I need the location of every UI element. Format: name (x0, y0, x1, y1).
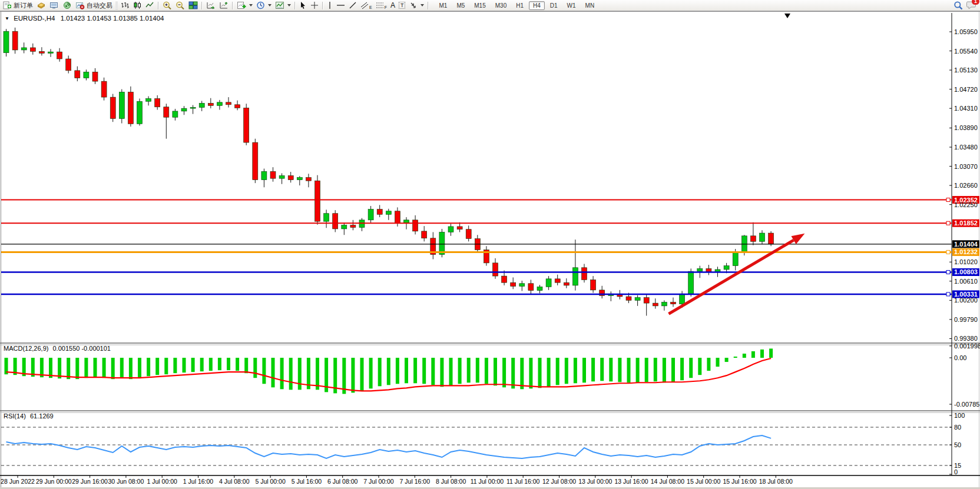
line-handle[interactable] (946, 292, 950, 296)
line-handle[interactable] (946, 250, 950, 254)
macd-histogram-bar (502, 358, 506, 387)
new-chart-button[interactable] (235, 1, 254, 11)
arrows-icon (409, 1, 418, 9)
candle-up (146, 98, 151, 101)
auto-trading-button[interactable]: 自动交易 (74, 1, 114, 11)
date-tick-label: 18 Jul 08:00 (759, 478, 793, 485)
timeframe-M1[interactable]: M1 (435, 1, 451, 10)
macd-histogram-bar (485, 358, 488, 384)
candle-down (466, 229, 471, 239)
candle-down (155, 98, 160, 107)
date-tick-label: 7 Jul 00:00 (363, 478, 394, 485)
new-order-button[interactable]: 新订单 (1, 1, 35, 11)
macd-histogram-bar (707, 358, 710, 371)
line-handle[interactable] (946, 198, 950, 202)
cursor-tool-button[interactable] (297, 1, 309, 11)
macd-histogram-bar (422, 358, 426, 384)
candle-up (697, 268, 703, 271)
new-order-label: 新订单 (14, 1, 33, 10)
candle-up (21, 48, 27, 50)
macd-histogram-bar (378, 358, 382, 386)
trendline-tool-button[interactable] (347, 1, 359, 11)
terminal-button[interactable] (48, 1, 61, 11)
templates-button[interactable] (273, 1, 293, 11)
timeframe-H4[interactable]: H4 (529, 1, 545, 10)
macd-histogram-bar (663, 358, 666, 382)
auto-scroll-button[interactable] (204, 1, 217, 11)
trend-arrow-head[interactable] (791, 234, 804, 244)
line-handle[interactable] (946, 221, 950, 225)
channel-letter: E (369, 5, 372, 9)
macd-histogram-bar (164, 358, 168, 374)
candle-down (101, 81, 107, 97)
macd-histogram-bar (645, 358, 648, 382)
date-tick-label: 5 Jul 00:00 (255, 478, 286, 485)
candle-down (333, 214, 338, 229)
label-tool-button[interactable]: T (397, 1, 408, 11)
price-tick-label: 1.01020 (954, 258, 978, 265)
macd-histogram-bar (236, 358, 239, 371)
collapse-chart-icon[interactable]: ▼ (5, 16, 9, 21)
zoom-out-icon (176, 1, 185, 10)
candle-up (519, 284, 525, 287)
timeframe-H1[interactable]: H1 (512, 1, 528, 10)
candle-down (750, 236, 756, 242)
search-icon[interactable] (953, 1, 963, 10)
chart-shift-button[interactable] (217, 1, 230, 11)
macd-histogram-bar (449, 358, 453, 385)
macd-histogram-bar (716, 358, 720, 367)
macd-histogram-bar (244, 358, 248, 373)
notifications-button[interactable]: 1 (966, 1, 976, 11)
trend-arrow-object[interactable] (668, 240, 793, 314)
macd-tick-label: 0.00 (954, 354, 966, 361)
arrows-caret (421, 4, 424, 6)
candle-down (57, 52, 62, 59)
channel-tool-button[interactable]: E (359, 1, 374, 11)
crosshair-tool-button[interactable] (309, 1, 320, 11)
date-tick-label: 29 Jun 00:00 (36, 478, 72, 485)
macd-histogram-bar (627, 358, 631, 382)
horizontal-line-tool-button[interactable] (335, 1, 347, 11)
timeframe-MN[interactable]: MN (581, 1, 599, 10)
timeframe-M5[interactable]: M5 (452, 1, 469, 10)
line-handle[interactable] (946, 270, 950, 274)
market-watch-button[interactable] (35, 1, 48, 11)
macd-histogram-bar (431, 358, 435, 385)
zoom-in-button[interactable] (161, 1, 174, 11)
trendline-icon (349, 1, 357, 9)
bar-chart-mode-button[interactable] (119, 1, 131, 11)
chart-title-ohlc: 1.01423 1.01453 1.01385 1.01404 (61, 15, 164, 22)
price-tick-label: 1.05130 (954, 66, 978, 74)
macd-histogram-bar (280, 358, 284, 389)
timeframe-M15[interactable]: M15 (470, 1, 489, 10)
timeframe-W1[interactable]: W1 (563, 1, 580, 10)
macd-histogram-bar (636, 358, 640, 382)
price-tick-label: 1.03480 (954, 144, 978, 151)
signals-button[interactable] (61, 1, 74, 11)
price-tick-label: 1.00200 (954, 297, 978, 304)
candlestick-mode-button[interactable] (131, 1, 144, 11)
macd-histogram-bar (227, 358, 230, 370)
channel-icon (360, 1, 369, 9)
timeframe-D1[interactable]: D1 (546, 1, 562, 10)
periodicity-button[interactable] (254, 1, 273, 11)
chart-canvas[interactable]: 1.023521.018521.012321.008031.003311.014… (0, 0, 980, 489)
fibonacci-tool-button[interactable]: F (374, 1, 389, 11)
auto-trading-icon (75, 1, 85, 9)
line-chart-mode-button[interactable] (144, 1, 156, 11)
text-tool-letter: A (390, 1, 395, 9)
arrows-tool-button[interactable] (407, 1, 426, 11)
text-tool-button[interactable]: A (389, 1, 397, 11)
tile-windows-button[interactable] (187, 1, 200, 11)
macd-histogram-bar (147, 358, 150, 376)
timeframe-M30[interactable]: M30 (491, 1, 511, 10)
candle-down (306, 178, 311, 181)
candle-up (137, 101, 143, 124)
zoom-out-button[interactable] (174, 1, 187, 11)
chart-title: ▼ EURUSD-,H4 1.01423 1.01453 1.01385 1.0… (5, 15, 164, 22)
vertical-line-tool-button[interactable] (325, 1, 335, 11)
candlestick-icon (133, 1, 142, 9)
macd-histogram-bar (760, 350, 764, 358)
date-tick-label: 29 Jun 16:00 (72, 478, 108, 485)
macd-histogram-bar (467, 358, 471, 382)
